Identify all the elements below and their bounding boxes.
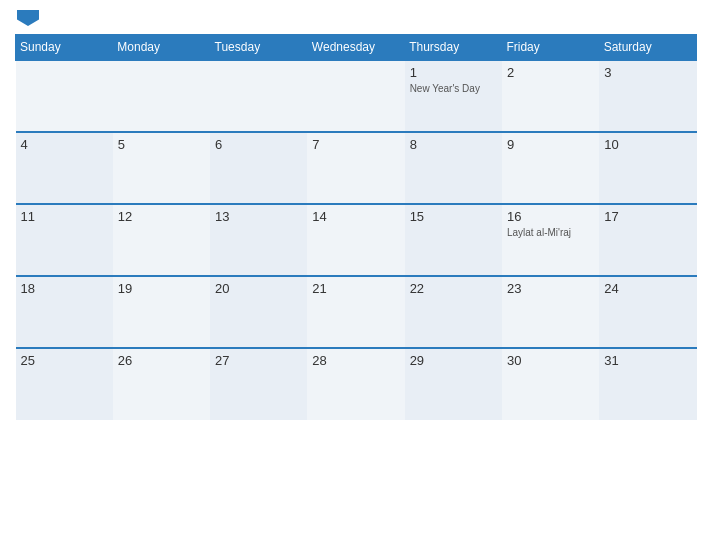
calendar-day-cell: 15 <box>405 204 502 276</box>
day-number: 10 <box>604 137 691 152</box>
day-number: 31 <box>604 353 691 368</box>
calendar-day-cell: 14 <box>307 204 404 276</box>
calendar-day-cell <box>210 60 307 132</box>
day-number: 30 <box>507 353 594 368</box>
day-number: 26 <box>118 353 205 368</box>
holiday-label: Laylat al-Mi'raj <box>507 226 594 239</box>
weekday-header: Saturday <box>599 35 696 61</box>
calendar-table: SundayMondayTuesdayWednesdayThursdayFrid… <box>15 34 697 420</box>
calendar-day-cell: 25 <box>16 348 113 420</box>
calendar-day-cell: 24 <box>599 276 696 348</box>
day-number: 16 <box>507 209 594 224</box>
calendar-day-cell <box>307 60 404 132</box>
calendar-header <box>15 10 697 26</box>
logo <box>15 10 39 26</box>
calendar-day-cell: 11 <box>16 204 113 276</box>
day-number: 27 <box>215 353 302 368</box>
calendar-day-cell: 8 <box>405 132 502 204</box>
calendar-day-cell: 17 <box>599 204 696 276</box>
calendar-week-row: 25262728293031 <box>16 348 697 420</box>
day-number: 15 <box>410 209 497 224</box>
day-number: 13 <box>215 209 302 224</box>
calendar-day-cell: 29 <box>405 348 502 420</box>
calendar-day-cell: 22 <box>405 276 502 348</box>
weekday-header: Friday <box>502 35 599 61</box>
day-number: 1 <box>410 65 497 80</box>
day-number: 21 <box>312 281 399 296</box>
calendar-day-cell: 2 <box>502 60 599 132</box>
holiday-label: New Year's Day <box>410 82 497 95</box>
calendar-day-cell: 23 <box>502 276 599 348</box>
calendar-day-cell: 30 <box>502 348 599 420</box>
calendar-day-cell: 4 <box>16 132 113 204</box>
calendar-day-cell: 13 <box>210 204 307 276</box>
weekday-header: Monday <box>113 35 210 61</box>
day-number: 2 <box>507 65 594 80</box>
calendar-day-cell: 1New Year's Day <box>405 60 502 132</box>
calendar-day-cell: 21 <box>307 276 404 348</box>
day-number: 17 <box>604 209 691 224</box>
calendar-day-cell <box>16 60 113 132</box>
calendar-day-cell: 20 <box>210 276 307 348</box>
calendar-week-row: 18192021222324 <box>16 276 697 348</box>
day-number: 25 <box>21 353 108 368</box>
calendar-day-cell: 31 <box>599 348 696 420</box>
calendar-week-row: 45678910 <box>16 132 697 204</box>
logo-icon <box>17 10 39 26</box>
day-number: 12 <box>118 209 205 224</box>
calendar-day-cell: 28 <box>307 348 404 420</box>
day-number: 3 <box>604 65 691 80</box>
day-number: 19 <box>118 281 205 296</box>
calendar-header-row: SundayMondayTuesdayWednesdayThursdayFrid… <box>16 35 697 61</box>
calendar-day-cell: 16Laylat al-Mi'raj <box>502 204 599 276</box>
day-number: 29 <box>410 353 497 368</box>
day-number: 14 <box>312 209 399 224</box>
day-number: 9 <box>507 137 594 152</box>
calendar-day-cell: 19 <box>113 276 210 348</box>
calendar-day-cell: 6 <box>210 132 307 204</box>
calendar-day-cell: 27 <box>210 348 307 420</box>
calendar-day-cell: 12 <box>113 204 210 276</box>
day-number: 28 <box>312 353 399 368</box>
day-number: 4 <box>21 137 108 152</box>
calendar-week-row: 1New Year's Day23 <box>16 60 697 132</box>
weekday-header: Wednesday <box>307 35 404 61</box>
day-number: 7 <box>312 137 399 152</box>
calendar-day-cell: 9 <box>502 132 599 204</box>
calendar-container: SundayMondayTuesdayWednesdayThursdayFrid… <box>0 0 712 550</box>
calendar-day-cell <box>113 60 210 132</box>
day-number: 18 <box>21 281 108 296</box>
day-number: 24 <box>604 281 691 296</box>
weekday-header: Tuesday <box>210 35 307 61</box>
weekday-header: Sunday <box>16 35 113 61</box>
day-number: 5 <box>118 137 205 152</box>
day-number: 20 <box>215 281 302 296</box>
calendar-day-cell: 3 <box>599 60 696 132</box>
day-number: 8 <box>410 137 497 152</box>
calendar-day-cell: 7 <box>307 132 404 204</box>
calendar-week-row: 111213141516Laylat al-Mi'raj17 <box>16 204 697 276</box>
calendar-day-cell: 18 <box>16 276 113 348</box>
day-number: 11 <box>21 209 108 224</box>
calendar-day-cell: 26 <box>113 348 210 420</box>
calendar-day-cell: 5 <box>113 132 210 204</box>
weekday-header: Thursday <box>405 35 502 61</box>
day-number: 6 <box>215 137 302 152</box>
day-number: 22 <box>410 281 497 296</box>
calendar-day-cell: 10 <box>599 132 696 204</box>
day-number: 23 <box>507 281 594 296</box>
